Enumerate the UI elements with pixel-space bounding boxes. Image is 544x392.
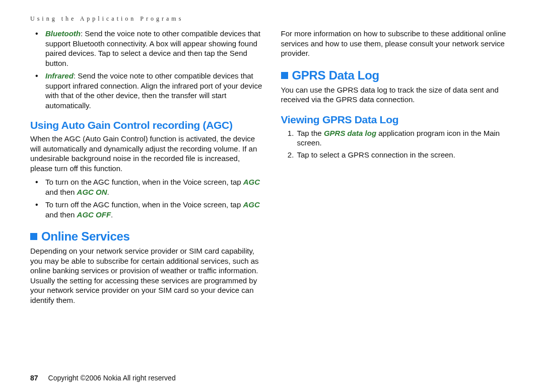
list-item: To turn on the AGC function, when in the… — [42, 177, 263, 197]
heading-text: GPRS Data Log — [292, 68, 379, 82]
term-bluetooth: Bluetooth — [45, 29, 81, 38]
heading-viewing-gprs: Viewing GPRS Data Log — [281, 113, 514, 126]
text: To turn on the AGC function, when in the… — [45, 178, 243, 186]
term-agc: AGC — [243, 200, 259, 209]
para-gprs: You can use the GPRS data log to track t… — [281, 85, 514, 105]
page-number: 87 — [30, 374, 38, 382]
right-column: For more information on how to subscribe… — [281, 29, 514, 309]
text: Tap to select a GPRS connection in the s… — [297, 150, 455, 159]
text: and then — [45, 210, 77, 219]
columns: Bluetooth: Send the voice note to other … — [30, 29, 514, 309]
heading-agc: Using Auto Gain Control recording (AGC) — [30, 118, 263, 132]
text: To turn off the AGC function, when in th… — [45, 200, 243, 209]
term-infrared: Infrared — [45, 71, 74, 80]
para-more-info: For more information on how to subscribe… — [281, 29, 514, 58]
footer: 87Copyright ©2006 Nokia All right reserv… — [30, 374, 176, 382]
bullet-list-send-methods: Bluetooth: Send the voice note to other … — [30, 29, 263, 110]
para-agc: When the AGC (Auto Gain Control) functio… — [30, 134, 263, 173]
heading-gprs: GPRS Data Log — [281, 67, 514, 83]
copyright: Copyright ©2006 Nokia All right reserved — [48, 374, 176, 382]
text: . — [107, 188, 109, 196]
term-agc-on: AGC ON — [77, 188, 107, 196]
text: Tap the — [297, 129, 324, 137]
bullet-list-agc: To turn on the AGC function, when in the… — [30, 177, 263, 219]
steps-list: Tap the GPRS data log application progra… — [281, 128, 514, 160]
heading-online-services: Online Services — [30, 228, 263, 244]
square-icon — [281, 72, 288, 79]
running-header: Using the Application Programs — [30, 15, 514, 23]
list-item: Infrared: Send the voice note to other c… — [42, 71, 263, 110]
list-item: Tap the GPRS data log application progra… — [296, 128, 514, 148]
page: Using the Application Programs Bluetooth… — [0, 0, 544, 392]
list-item: Tap to select a GPRS connection in the s… — [296, 150, 514, 160]
text: : Send the voice note to other compatibl… — [45, 71, 262, 110]
list-item: To turn off the AGC function, when in th… — [42, 200, 263, 219]
square-icon — [30, 233, 37, 240]
text: . — [111, 210, 113, 219]
text: and then — [45, 188, 77, 196]
term-gprs-data-log: GPRS data log — [324, 129, 376, 137]
left-column: Bluetooth: Send the voice note to other … — [30, 29, 263, 309]
heading-text: Online Services — [41, 229, 130, 243]
para-online: Depending on your network service provid… — [30, 246, 263, 305]
term-agc: AGC — [243, 178, 260, 186]
term-agc-off: AGC OFF — [77, 210, 111, 219]
list-item: Bluetooth: Send the voice note to other … — [42, 29, 263, 68]
